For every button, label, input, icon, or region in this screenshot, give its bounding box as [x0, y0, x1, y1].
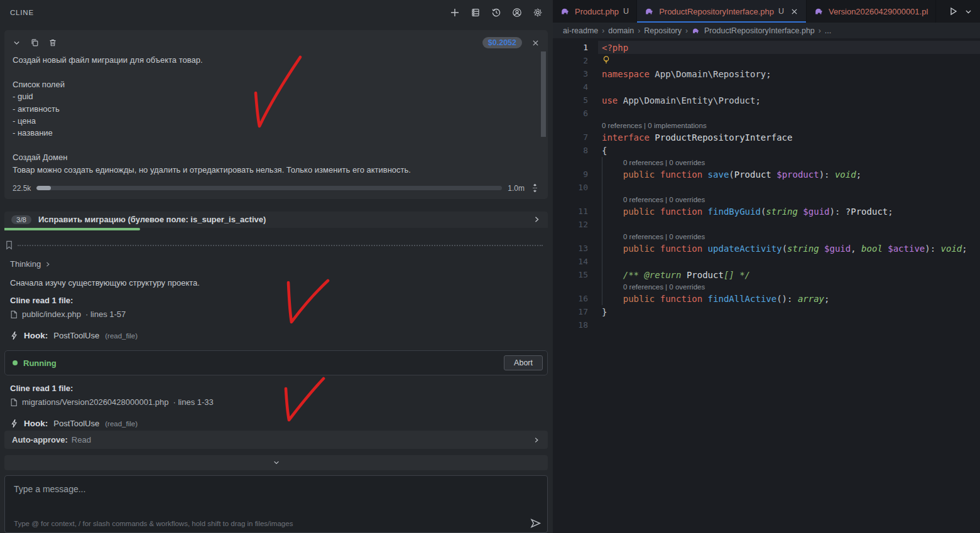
code-line-12[interactable]: 12 — [553, 218, 980, 231]
todo-expand-chevron-icon[interactable] — [533, 215, 541, 223]
breadcrumb-item[interactable]: Repository — [644, 26, 682, 35]
line-number: 10 — [553, 183, 588, 192]
indent-guide — [602, 218, 602, 231]
codelens[interactable]: 0 references | 0 implementations — [553, 120, 980, 131]
collapse-bar[interactable] — [4, 455, 548, 470]
codelens[interactable]: 0 references | 0 overrides — [553, 157, 980, 168]
code-line-7[interactable]: 7interface ProductRepositoryInterface — [553, 131, 980, 144]
breadcrumb-item[interactable]: ... — [825, 26, 831, 35]
indent-guide — [602, 255, 602, 268]
read-files-header: Cline read 1 file: — [10, 384, 543, 393]
code-line-9[interactable]: 9 public function save(Product $product)… — [553, 168, 980, 181]
context-window-row: 22.5k 1.0m — [13, 183, 540, 193]
task-cost-badge: $0.2052 — [482, 37, 522, 48]
send-icon[interactable] — [530, 517, 542, 529]
auto-approve-label: Auto-approve: — [12, 435, 68, 444]
code-line-18[interactable]: 18 — [553, 318, 980, 331]
close-task-icon[interactable] — [531, 39, 540, 47]
codelens[interactable]: 0 references | 0 overrides — [553, 281, 980, 292]
code-line-4[interactable]: 4 — [553, 80, 980, 94]
tab-label: ProductRepositoryInterface.php — [659, 7, 774, 16]
thinking-chevron-icon — [45, 261, 51, 267]
codelens[interactable]: 0 references | 0 overrides — [553, 231, 980, 242]
new-task-icon[interactable] — [450, 8, 460, 18]
tab-product-php[interactable]: Product.php U — [553, 0, 637, 23]
codelens-text[interactable]: 0 references | 0 overrides — [623, 233, 705, 240]
code-line-content: public function save(Product $product): … — [602, 170, 861, 180]
message-input[interactable]: Type a message... Type @ for context, / … — [4, 475, 548, 533]
code-line-17[interactable]: 17} — [553, 305, 980, 318]
abort-button[interactable]: Abort — [504, 355, 543, 370]
expand-context-icon[interactable] — [530, 183, 540, 193]
code-line-16[interactable]: 16 public function findAllActive(): arra… — [553, 292, 980, 305]
read-file-row[interactable]: public/index.php · lines 1-57 — [10, 310, 543, 319]
line-number: 15 — [553, 270, 588, 279]
context-window-bar[interactable] — [36, 186, 502, 190]
editor-actions-chevron-icon[interactable] — [964, 8, 972, 16]
line-number: 18 — [553, 320, 588, 330]
codelens-text[interactable]: 0 references | 0 implementations — [602, 122, 707, 129]
code-area[interactable]: 1<?php23namespace App\Domain\Repository;… — [553, 38, 980, 533]
codelens-text[interactable]: 0 references | 0 overrides — [623, 283, 705, 291]
line-number: 17 — [553, 307, 588, 316]
delete-task-icon[interactable] — [48, 38, 57, 47]
tab-version-migration[interactable]: Version20260429000001.pl — [807, 0, 936, 23]
tab-product-repository-interface-php[interactable]: ProductRepositoryInterface.php U — [637, 0, 807, 23]
task-scrollbar[interactable] — [541, 51, 546, 137]
code-action-lightbulb-icon[interactable] — [602, 55, 611, 67]
context-window-fill — [36, 186, 50, 190]
todo-list-row[interactable]: 3/8 Исправить миграцию (булевое поле: is… — [4, 212, 548, 228]
line-number: 1 — [553, 43, 588, 52]
read-files-header: Cline read 1 file: — [10, 296, 543, 305]
hook-row: Hook: PostToolUse (read_file) — [10, 331, 543, 340]
code-line-15[interactable]: 15 /** @return Product[] */ — [553, 268, 980, 281]
cline-header: CLINE — [0, 0, 553, 25]
tab-close-icon[interactable] — [790, 8, 798, 16]
bookmark-icon[interactable] — [5, 240, 13, 250]
thinking-label: Thinking — [10, 259, 41, 269]
code-line-10[interactable]: 10 — [553, 181, 980, 194]
breadcrumb-item[interactable]: domain — [608, 26, 634, 35]
read-file-row[interactable]: migrations/Version20260428000001.php · l… — [10, 397, 543, 407]
history-icon[interactable] — [491, 8, 501, 18]
code-line-13[interactable]: 13 public function updateActivity(string… — [553, 242, 980, 255]
breadcrumb-separator-icon: › — [638, 26, 640, 35]
hook-label: Hook: — [24, 419, 48, 428]
lightning-icon — [10, 419, 18, 428]
message-input-placeholder: Type a message... — [14, 484, 538, 494]
codelens[interactable]: 0 references | 0 overrides — [553, 194, 980, 205]
todo-progress-bar — [4, 228, 140, 230]
breadcrumb-item[interactable]: ai-readme — [563, 26, 598, 35]
read-file-meta: · lines 1-57 — [85, 310, 126, 319]
app-window: CLINE — [0, 0, 980, 533]
codelens-text[interactable]: 0 references | 0 overrides — [623, 196, 705, 203]
code-line-content: public function findByGuid(string $guid)… — [602, 207, 893, 217]
code-line-1[interactable]: 1<?php — [553, 41, 980, 54]
indent-guide — [602, 157, 602, 168]
auto-approve-row[interactable]: Auto-approve: Read — [4, 431, 548, 449]
auto-approve-chevron-icon[interactable] — [533, 436, 540, 444]
copy-task-icon[interactable] — [30, 38, 39, 47]
collapse-task-icon[interactable] — [13, 39, 21, 47]
todo-label: Исправить миграцию (булевое поле: is_sup… — [38, 215, 266, 224]
account-icon[interactable] — [512, 8, 522, 18]
tab-label: Product.php — [575, 7, 619, 16]
code-line-14[interactable]: 14 — [553, 255, 980, 268]
indent-guide — [602, 281, 602, 292]
code-line-3[interactable]: 3namespace App\Domain\Repository; — [553, 67, 980, 80]
run-file-icon[interactable] — [948, 6, 958, 16]
message-input-hint: Type @ for context, / for slash commands… — [14, 520, 293, 527]
chevron-down-icon — [272, 459, 281, 466]
code-line-2[interactable]: 2 — [553, 54, 980, 67]
breadcrumb-item[interactable]: ProductRepositoryInterface.php — [704, 26, 815, 35]
code-line-8[interactable]: 8{ — [553, 144, 980, 157]
settings-icon[interactable] — [533, 8, 543, 18]
codelens-text[interactable]: 0 references | 0 overrides — [623, 159, 705, 166]
code-line-11[interactable]: 11 public function findByGuid(string $gu… — [553, 205, 980, 218]
code-line-5[interactable]: 5use App\Domain\Entity\Product; — [553, 94, 980, 107]
code-line-content: namespace App\Domain\Repository; — [602, 69, 771, 79]
mcp-servers-icon[interactable] — [471, 8, 481, 18]
cline-panel: CLINE — [0, 0, 553, 533]
thinking-header[interactable]: Thinking — [10, 259, 543, 269]
code-line-6[interactable]: 6 — [553, 107, 980, 120]
